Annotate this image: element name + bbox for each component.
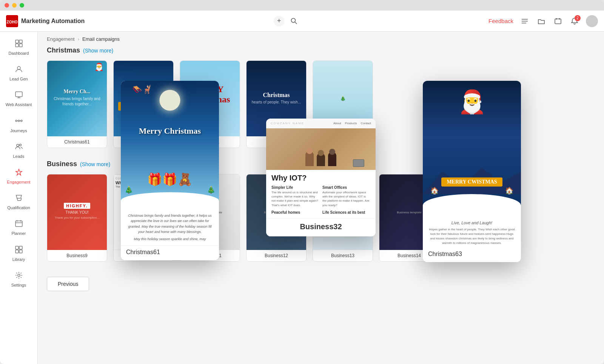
sidebar-item-engagement[interactable]: Engagement <box>0 164 37 188</box>
svg-point-16 <box>15 120 17 122</box>
breadcrumb-parent[interactable]: Engagement <box>47 36 75 42</box>
pagination-bar: Previous <box>38 271 604 297</box>
template-card-label: Business12 <box>247 250 306 261</box>
previous-button[interactable]: Previous <box>47 277 89 291</box>
template-card-business11[interactable]: Business template Business11 <box>180 174 240 262</box>
maximize-btn[interactable] <box>20 3 24 8</box>
sidebar-item-dashboard[interactable]: Dashboard <box>0 35 37 60</box>
template-card-label: Business13 <box>313 250 373 261</box>
dashboard-icon <box>15 39 23 49</box>
qualification-icon <box>15 194 23 204</box>
template-card-christmas-c[interactable]: Christmas hearts of people. They wish...… <box>246 60 307 148</box>
sidebar-item-web-assistant[interactable]: Web Assistant <box>0 87 37 111</box>
svg-text:ZOHO: ZOHO <box>7 20 18 24</box>
template-card-christmas-b[interactable]: MERRYChristmas 🦌 Christm... <box>180 60 240 148</box>
list-icon[interactable] <box>519 16 530 26</box>
library-icon <box>15 245 23 256</box>
svg-rect-7 <box>555 19 561 24</box>
sidebar-item-qualification[interactable]: Qualification <box>0 190 37 214</box>
template-card-business12[interactable]: NEW Business template Business12 <box>246 174 307 262</box>
business-section-title: Business <box>47 160 77 168</box>
template-card-label: Christm... <box>247 136 306 148</box>
template-card-label: 6 <box>313 136 373 148</box>
template-card-label: Business9 <box>47 250 107 261</box>
template-card-img: Business template <box>379 174 439 250</box>
template-card-label: Christmas61 <box>47 136 107 148</box>
sidebar-item-library-label: Library <box>12 257 25 262</box>
template-card-business32[interactable]: COMPANY NAME Why IOT? The life around us… <box>113 174 174 262</box>
svg-rect-30 <box>19 250 22 253</box>
svg-line-3 <box>295 22 297 24</box>
svg-rect-28 <box>19 246 22 249</box>
folder-icon[interactable] <box>536 16 547 26</box>
journeys-icon <box>15 117 23 127</box>
sidebar-item-leads-label: Leads <box>13 154 25 159</box>
template-card-label: Business11 <box>180 250 240 261</box>
business-show-more[interactable]: (Show more) <box>80 161 110 167</box>
template-card-label: Christm... <box>114 136 173 148</box>
svg-rect-10 <box>15 40 18 43</box>
svg-rect-12 <box>15 44 18 47</box>
christmas-section-header: Christmas (Show more) <box>47 46 595 54</box>
template-card-img: 🎄 <box>313 61 373 136</box>
svg-rect-23 <box>15 221 22 227</box>
template-card-label: Christm... <box>180 136 240 148</box>
template-card-img: HIGHFY. THANK YOU! Thank you for your su… <box>47 174 107 250</box>
sidebar-item-engagement-label: Engagement <box>7 180 30 185</box>
business-section: Business (Show more) HIGHFY. THANK YOU! … <box>38 160 604 271</box>
template-card-christmas-a[interactable]: 🎅 MERRY CHRISTMAS Christm... <box>113 60 174 148</box>
web-assistant-icon <box>15 91 23 101</box>
app-header: ZOHO Marketing Automation + Feedback <box>0 11 604 32</box>
feedback-button[interactable]: Feedback <box>488 18 513 24</box>
svg-point-18 <box>21 120 22 122</box>
app-title: Marketing Automation <box>21 18 85 25</box>
sidebar-item-library[interactable]: Library <box>0 242 37 266</box>
svg-point-22 <box>19 144 21 146</box>
user-avatar[interactable] <box>586 15 598 27</box>
svg-point-31 <box>18 274 20 276</box>
new-badge: NEW <box>423 177 436 183</box>
svg-rect-15 <box>15 92 22 97</box>
sidebar-item-journeys[interactable]: Journeys <box>0 113 37 137</box>
christmas-section: Christmas (Show more) 🎅 Merry Ch... Chri… <box>38 46 604 157</box>
sidebar-item-qualification-label: Qualification <box>7 205 30 210</box>
close-btn[interactable] <box>5 3 9 8</box>
svg-point-17 <box>18 120 20 122</box>
template-card-img: Business template <box>180 174 240 250</box>
main-content: Engagement › Email campaigns Christmas (… <box>38 32 604 364</box>
sidebar-item-leads[interactable]: Leads <box>0 139 37 163</box>
sidebar: Dashboard Lead Gen <box>0 32 38 364</box>
template-card-business9[interactable]: HIGHFY. THANK YOU! Thank you for your su… <box>47 174 107 262</box>
sidebar-item-settings[interactable]: Settings <box>0 267 37 292</box>
sidebar-item-lead-gen-label: Lead Gen <box>9 77 28 82</box>
engagement-icon <box>15 168 23 178</box>
template-card-img: Business template <box>247 174 306 250</box>
breadcrumb-separator: › <box>78 36 79 42</box>
template-card-img: Christmas hearts of people. They wish... <box>247 61 306 136</box>
minimize-btn[interactable] <box>12 3 17 8</box>
template-card-img: 🎅 MERRY CHRISTMAS <box>114 61 173 136</box>
template-card-christmas63[interactable]: 🎄 6 <box>313 60 373 148</box>
notifications-icon[interactable]: 2 <box>569 16 580 26</box>
template-card-img: Business template <box>313 174 373 250</box>
zoho-logo: ZOHO <box>6 15 18 27</box>
christmas-show-more[interactable]: (Show more) <box>83 48 113 54</box>
add-button[interactable]: + <box>274 16 284 26</box>
sidebar-item-lead-gen[interactable]: Lead Gen <box>0 61 37 85</box>
christmas-template-grid: 🎅 Merry Ch... Christmas brings family an… <box>47 60 595 148</box>
search-icon[interactable] <box>289 16 299 26</box>
svg-rect-13 <box>19 44 22 47</box>
breadcrumb: Engagement › Email campaigns <box>38 32 604 46</box>
calendar-icon[interactable] <box>553 16 563 26</box>
template-card-christmas61[interactable]: 🎅 Merry Ch... Christmas brings family an… <box>47 60 107 148</box>
header-right: Feedback <box>488 15 598 27</box>
template-card-business13[interactable]: Business template Business13 <box>313 174 373 262</box>
new-badge: NEW <box>290 177 303 183</box>
sidebar-item-planner[interactable]: Planner <box>0 216 37 240</box>
svg-rect-29 <box>15 250 18 253</box>
sidebar-item-journeys-label: Journeys <box>10 128 27 133</box>
sidebar-item-web-assistant-label: Web Assistant <box>6 102 32 107</box>
template-card-img: 🎅 Merry Ch... Christmas brings family an… <box>47 61 107 136</box>
template-card-business14[interactable]: NEW Business template Business14 <box>379 174 439 262</box>
settings-icon <box>15 271 23 281</box>
